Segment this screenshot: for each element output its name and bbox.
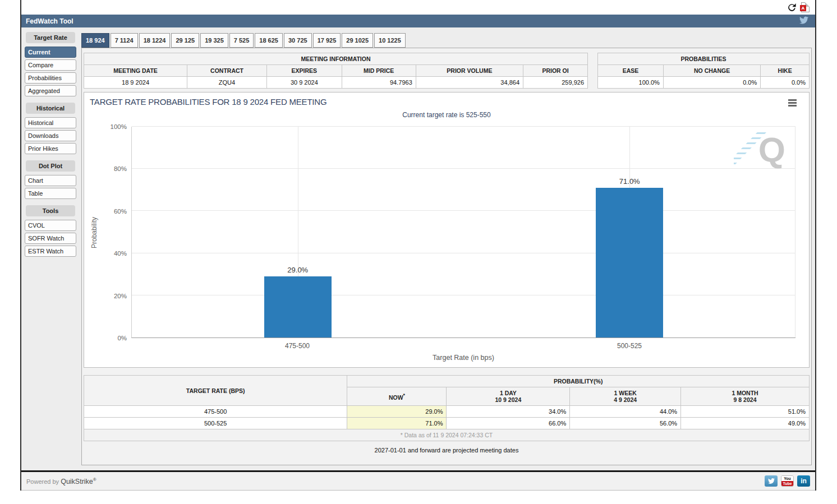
col-contract: CONTRACT <box>187 65 267 77</box>
main-area: Target Rate Current Compare Probabilitie… <box>21 27 815 470</box>
sidebar-item-estr-watch[interactable]: ESTR Watch <box>25 246 76 257</box>
app-title: FedWatch Tool <box>26 17 73 25</box>
sidebar-item-compare[interactable]: Compare <box>25 59 76 71</box>
col-hike: HIKE <box>761 65 810 77</box>
y-tick-40: 40% <box>98 250 127 257</box>
probability-chart: TARGET RATE PROBABILITIES FOR 18 9 2024 … <box>84 92 810 368</box>
contract-value: ZQU4 <box>187 77 267 89</box>
y-tick-60: 60% <box>98 208 127 215</box>
plot-area: Q 29.0% 71.0% <box>131 127 795 338</box>
no-change-value: 0.0% <box>663 77 760 89</box>
refresh-icon[interactable] <box>787 2 797 13</box>
social-links: You Tube in <box>765 475 810 487</box>
tab-18-1224[interactable]: 18 1224 <box>139 33 171 48</box>
sidebar-item-cvol[interactable]: CVOL <box>25 220 76 231</box>
col-ease: EASE <box>598 65 664 77</box>
prior-volume-value: 34,864 <box>416 77 523 89</box>
now-asterisk: * <box>403 392 405 398</box>
col-1-day: 1 DAY 10 9 2024 <box>447 387 570 406</box>
day-cell: 34.0% <box>447 406 570 418</box>
tab-19-325[interactable]: 19 325 <box>200 33 228 48</box>
sidebar: Target Rate Current Compare Probabilitie… <box>25 32 76 466</box>
y-tick-100: 100% <box>98 123 127 130</box>
tab-10-1225[interactable]: 10 1225 <box>374 33 406 48</box>
week-cell: 44.0% <box>570 406 681 418</box>
y-axis-title: Probability <box>90 216 98 248</box>
quikstrike-link[interactable]: QuikStrike <box>61 477 93 485</box>
meeting-information-table: MEETING INFORMATION MEETING DATE CONTRAC… <box>84 53 588 89</box>
prior-oi-value: 259,926 <box>523 77 588 89</box>
twitter-bird-icon[interactable] <box>798 16 810 27</box>
col-1-week: 1 WEEK 4 9 2024 <box>570 387 681 406</box>
top-strip: A <box>21 0 815 15</box>
week-cell: 56.0% <box>570 418 681 429</box>
col-prior-oi: PRIOR OI <box>523 65 588 77</box>
meeting-tabs: 18 924 7 1124 18 1224 29 125 19 325 7 52… <box>81 32 812 48</box>
sidebar-item-chart[interactable]: Chart <box>25 175 76 186</box>
sidebar-item-current[interactable]: Current <box>25 47 76 58</box>
sidebar-item-downloads[interactable]: Downloads <box>25 130 76 141</box>
pdf-export-icon[interactable]: A <box>801 2 810 12</box>
sidebar-item-prior-hikes[interactable]: Prior Hikes <box>25 143 76 154</box>
sidebar-section-dot-plot: Dot Plot <box>26 160 75 172</box>
title-bar: FedWatch Tool <box>21 15 815 27</box>
x-category-475-500: 475-500 <box>131 342 463 350</box>
tab-17-925[interactable]: 17 925 <box>313 33 341 48</box>
pdf-badge: A <box>800 5 806 11</box>
month-cell: 51.0% <box>681 406 810 418</box>
sidebar-item-table[interactable]: Table <box>25 188 76 199</box>
probabilities-summary-row: 100.0% 0.0% 0.0% <box>598 77 810 89</box>
col-mid-price: MID PRICE <box>342 65 416 77</box>
probabilities-title: PROBABILITIES <box>598 53 810 65</box>
bar-slot-475-500: 29.0% <box>132 127 464 337</box>
linkedin-icon[interactable]: in <box>797 475 810 487</box>
x-category-500-525: 500-525 <box>463 342 795 350</box>
tab-panel: MEETING INFORMATION MEETING DATE CONTRAC… <box>81 48 812 465</box>
sidebar-section-tools: Tools <box>26 205 75 216</box>
powered-by: Powered by QuikStrike® <box>26 477 96 485</box>
y-tick-0: 0% <box>98 335 127 341</box>
sidebar-item-probabilities[interactable]: Probabilities <box>25 72 76 84</box>
now-cell: 29.0% <box>347 406 447 418</box>
tab-30-725[interactable]: 30 725 <box>284 33 312 48</box>
col-1-month-date: 9 8 2024 <box>734 396 757 403</box>
tab-7-525[interactable]: 7 525 <box>229 33 254 48</box>
tab-18-924[interactable]: 18 924 <box>81 33 109 48</box>
registered-mark: ® <box>93 477 96 482</box>
bar-value-label: 29.0% <box>287 266 308 274</box>
tab-29-125[interactable]: 29 125 <box>171 33 199 48</box>
probability-group-header: PROBABILITY(%) <box>347 376 810 387</box>
twitter-icon[interactable] <box>765 475 778 487</box>
footer-bar: Powered by QuikStrike® You Tube in <box>21 472 815 491</box>
content: 18 924 7 1124 18 1224 29 125 19 325 7 52… <box>81 32 812 466</box>
expires-value: 30 9 2024 <box>266 77 342 89</box>
x-axis-title: Target Rate (in bps) <box>131 354 795 362</box>
meeting-information-title: MEETING INFORMATION <box>84 53 588 65</box>
sidebar-item-historical[interactable]: Historical <box>25 117 76 128</box>
chart-menu-icon[interactable] <box>788 99 797 108</box>
now-cell: 71.0% <box>347 418 447 429</box>
col-expires: EXPIRES <box>266 65 342 77</box>
tab-18-625[interactable]: 18 625 <box>255 33 283 48</box>
bar-475-500 <box>264 276 332 337</box>
mid-price-value: 94.7963 <box>342 77 416 89</box>
youtube-icon[interactable]: You Tube <box>781 475 794 487</box>
tab-7-1124[interactable]: 7 1124 <box>111 33 138 48</box>
probability-history-table: TARGET RATE (BPS) PROBABILITY(%) NOW* 1 … <box>84 375 810 441</box>
ease-value: 100.0% <box>598 77 664 89</box>
sidebar-item-sofr-watch[interactable]: SOFR Watch <box>25 233 76 244</box>
meeting-date-value: 18 9 2024 <box>84 77 187 89</box>
sidebar-item-aggregated[interactable]: Aggregated <box>25 85 76 96</box>
y-tick-20: 20% <box>98 293 127 299</box>
fedwatch-app: A FedWatch Tool Target Rate Current Comp… <box>20 0 816 491</box>
col-no-change: NO CHANGE <box>663 65 760 77</box>
table-row: 500-525 71.0% 66.0% 56.0% 49.0% <box>84 418 810 429</box>
col-1-week-date: 4 9 2024 <box>614 396 637 403</box>
data-as-of-note: * Data as of 11 9 2024 07:24:33 CT <box>84 429 810 441</box>
table-row: 475-500 29.0% 34.0% 44.0% 51.0% <box>84 406 810 418</box>
tab-29-1025[interactable]: 29 1025 <box>342 33 373 48</box>
col-target-rate-bps: TARGET RATE (BPS) <box>84 376 347 406</box>
target-rate-cell: 500-525 <box>84 418 347 429</box>
sidebar-section-target-rate: Target Rate <box>26 32 75 43</box>
meeting-information-row: 18 9 2024 ZQU4 30 9 2024 94.7963 34,864 … <box>84 77 588 89</box>
